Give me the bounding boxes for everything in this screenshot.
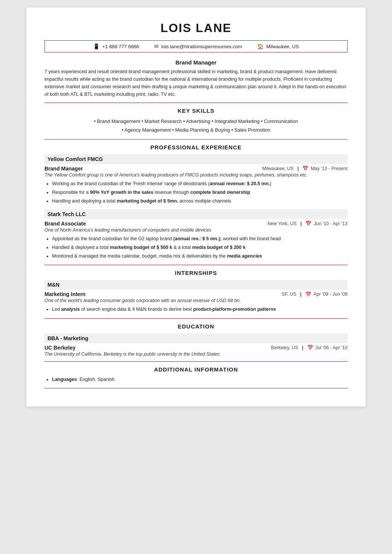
email-icon: ✉	[154, 43, 159, 49]
pipe2: |	[300, 221, 302, 226]
bullets-yellow: Working as the brand custodian of the 'F…	[44, 180, 348, 206]
role-brand-associate: Brand Associate	[44, 221, 86, 227]
role-row-uc-berkeley: UC Berkeley Berkeley, US | 📅 Jul '06 - A…	[44, 345, 348, 351]
role-marketing-intern: Marketing Intern	[44, 291, 86, 297]
company-stark-tech: Stark Tech LLC	[44, 209, 348, 219]
divider-end	[44, 388, 348, 388]
degree-bba: BBA - Marketing	[44, 333, 348, 343]
pipe1: |	[297, 166, 299, 171]
additional-languages: Languages: English, Spanish	[52, 376, 348, 384]
role-row-brand-associate: Brand Associate New York, US | 📅 Jun '10…	[44, 221, 348, 227]
bullet-yellow-2: Responsible for a 90% YoY growth in the …	[52, 189, 348, 196]
summary-title: Brand Manager	[44, 59, 348, 66]
additional-section-title: ADDITIONAL INFORMATION	[44, 366, 348, 373]
location-date-intern: SF, US | 📅 Apr '09 - Jun '09	[282, 292, 348, 297]
bullet-stark-2: Handled & deployed a total marketing bud…	[52, 244, 348, 252]
location-yellow: Milwaukee, US	[262, 166, 294, 171]
dates-edu: Jul '06 - Apr '10	[315, 345, 348, 350]
cal-icon-4: 📅	[307, 345, 313, 350]
location-stark: New York, US	[268, 221, 297, 226]
role-row-marketing-intern: Marketing Intern SF, US | 📅 Apr '09 - Ju…	[44, 291, 348, 297]
divider-internships	[44, 265, 348, 265]
location-date-brand-associate: New York, US | 📅 Jun '10 - Apr '13	[268, 221, 348, 226]
phone-text: +1 888 777 6666	[102, 44, 139, 49]
role-brand-manager: Brand Manager	[44, 166, 83, 172]
internships-section-title: INTERNSHIPS	[44, 270, 348, 276]
cal-icon-2: 📅	[305, 221, 311, 226]
languages-value: English, Spanish	[80, 377, 115, 382]
candidate-name: LOIS LANE	[44, 21, 348, 35]
skills-line2: • Agency Management • Media Planning & B…	[44, 126, 348, 134]
summary-text: 7 years experienced and result oriented …	[44, 68, 348, 98]
company-mn: M&N	[44, 280, 348, 290]
desc-yellow: The Yellow Comfort group is one of Ameri…	[44, 172, 348, 178]
dates-stark: Jun '10 - Apr '13	[314, 221, 348, 226]
skills-container: • Brand Management • Market Research • A…	[44, 117, 348, 135]
divider-experience	[44, 139, 348, 140]
cal-icon-3: 📅	[305, 292, 311, 297]
bullet-stark-3: Monitored & managed the media calendar, …	[52, 252, 348, 260]
cal-icon-1: 📅	[302, 166, 308, 171]
company-yellow-comfort: Yellow Comfort FMCG	[44, 154, 348, 164]
location-mn: SF, US	[282, 292, 296, 297]
bullets-stark: Appointed as the brand custodian for the…	[44, 235, 348, 261]
desc-stark: One of North America's leading manufactu…	[44, 227, 348, 233]
pipe4: |	[302, 345, 303, 350]
dates-yellow: May '13 - Present	[311, 166, 348, 171]
location-date-brand-manager: Milwaukee, US | 📅 May '13 - Present	[262, 166, 348, 171]
bullets-mn: Led analysis of search engine data & 4 M…	[44, 305, 348, 313]
institution-uc-berkeley: UC Berkeley	[44, 345, 76, 351]
resume-container: LOIS LANE 📱 +1 888 777 6666 ✉ lois.lane@…	[26, 8, 366, 407]
contact-bar: 📱 +1 888 777 6666 ✉ lois.lane@hirationsu…	[44, 40, 348, 52]
phone-item: 📱 +1 888 777 6666	[93, 43, 139, 49]
location-icon: 🏠	[257, 43, 263, 49]
location-text: Milwaukee, US	[266, 44, 299, 49]
education-section-title: EDUCATION	[44, 323, 348, 330]
email-item: ✉ lois.lane@hirationsuperresumes.com	[154, 43, 242, 49]
experience-section-title: PROFESSIONAL EXPERIENCE	[44, 144, 348, 150]
languages-label: Languages	[52, 377, 77, 382]
dates-mn: Apr '09 - Jun '09	[314, 292, 348, 297]
divider-education	[44, 318, 348, 319]
location-item: 🏠 Milwaukee, US	[257, 43, 299, 49]
phone-icon: 📱	[93, 43, 100, 49]
skills-section-title: KEY SKILLS	[44, 107, 348, 114]
desc-mn: One of the world's leading consumer good…	[44, 298, 348, 303]
bullet-stark-1: Appointed as the brand custodian for the…	[52, 235, 348, 243]
bullet-yellow-1: Working as the brand custodian of the 'F…	[52, 180, 348, 188]
role-row-brand-manager: Brand Manager Milwaukee, US | 📅 May '13 …	[44, 166, 348, 172]
desc-edu: The University of California, Berkeley i…	[44, 351, 348, 357]
email-text: lois.lane@hirationsuperresumes.com	[161, 44, 242, 49]
divider-skills	[44, 103, 348, 103]
bullet-yellow-3: Handling and deploying a total marketing…	[52, 197, 348, 205]
location-date-edu: Berkeley, US | 📅 Jul '06 - Apr '10	[271, 345, 348, 350]
location-edu: Berkeley, US	[271, 345, 298, 350]
pipe3: |	[300, 292, 302, 297]
divider-additional	[44, 361, 348, 362]
skills-line1: • Brand Management • Market Research • A…	[44, 117, 348, 126]
bullet-mn-1: Led analysis of search engine data & 4 M…	[52, 305, 348, 313]
additional-list: Languages: English, Spanish	[44, 376, 348, 384]
